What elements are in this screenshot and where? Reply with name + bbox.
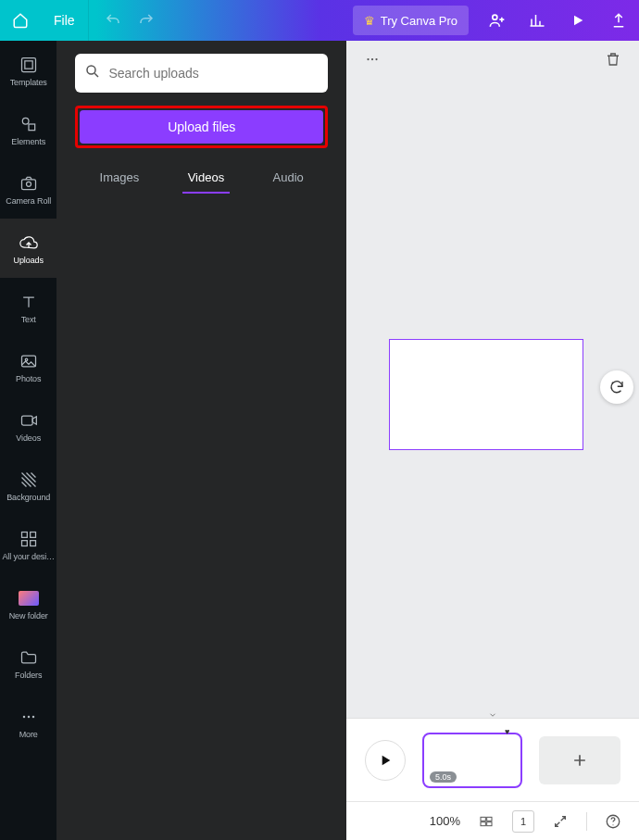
timeline-clip[interactable]: ♥ 5.0s [422, 733, 522, 788]
search-input[interactable] [108, 66, 319, 81]
svg-point-19 [371, 58, 373, 60]
redo-button[interactable] [130, 4, 163, 37]
rail-label: Folders [15, 671, 42, 680]
delete-page-button[interactable] [600, 46, 626, 72]
svg-rect-23 [481, 821, 485, 825]
svg-rect-4 [29, 124, 35, 131]
svg-point-17 [87, 66, 95, 74]
zoom-level[interactable]: 100% [430, 814, 460, 828]
home-button[interactable] [0, 0, 41, 41]
rail-label: Templates [10, 78, 47, 87]
sparkle-refresh-icon [608, 379, 625, 395]
bottom-bar: 100% 1 [346, 801, 639, 840]
rail-label: Background [6, 493, 50, 502]
fullscreen-button[interactable] [549, 810, 571, 833]
rail-background[interactable]: Background [0, 456, 56, 515]
share-button[interactable] [598, 0, 639, 41]
svg-point-16 [31, 716, 34, 719]
uploads-panel: Upload files Images Videos Audio [56, 41, 346, 840]
tab-videos[interactable]: Videos [188, 163, 225, 192]
redo-icon [138, 12, 155, 29]
side-rail: Templates Elements Camera Roll Uploads T… [0, 41, 56, 840]
elements-icon [18, 113, 40, 135]
svg-rect-5 [21, 180, 35, 190]
rail-all-designs[interactable]: All your desi… [0, 515, 56, 574]
svg-rect-1 [21, 58, 35, 72]
play-icon [378, 753, 393, 768]
regenerate-button[interactable] [600, 370, 633, 404]
grid-icon [479, 814, 494, 829]
crown-icon: ♛ [364, 14, 375, 28]
more-icon [18, 706, 40, 728]
rail-photos[interactable]: Photos [0, 337, 56, 396]
text-icon [18, 291, 40, 313]
more-icon [364, 51, 381, 68]
rail-text[interactable]: Text [0, 278, 56, 337]
svg-point-15 [27, 716, 30, 719]
canvas-area: ♥ 5.0s 100% 1 [346, 41, 639, 840]
upload-files-button[interactable]: Upload files [80, 110, 323, 144]
try-pro-label: Try Canva Pro [381, 14, 457, 28]
svg-point-26 [612, 824, 613, 825]
rail-label: Videos [16, 433, 41, 443]
page-options-button[interactable] [359, 46, 385, 72]
video-icon [18, 409, 40, 432]
trash-icon [605, 51, 621, 68]
separator [586, 812, 587, 831]
rail-label: Photos [16, 374, 41, 383]
timeline-toggle[interactable] [482, 709, 504, 721]
undo-icon [105, 12, 121, 29]
help-button[interactable] [602, 810, 624, 833]
insights-button[interactable] [517, 0, 558, 41]
rail-new-folder[interactable]: New folder [0, 574, 56, 633]
rail-label: More [19, 730, 38, 739]
svg-rect-11 [30, 533, 35, 538]
invite-icon [487, 11, 506, 30]
file-menu[interactable]: File [41, 0, 88, 41]
svg-rect-13 [30, 541, 35, 546]
top-bar: File ♛ Try Canva Pro [0, 0, 639, 41]
try-pro-button[interactable]: ♛ Try Canva Pro [353, 6, 469, 35]
svg-rect-12 [21, 541, 27, 546]
rail-more[interactable]: More [0, 693, 56, 752]
rail-videos[interactable]: Videos [0, 396, 56, 456]
add-page-button[interactable] [539, 736, 620, 784]
svg-point-3 [22, 118, 29, 124]
folder-thumb-icon [18, 587, 40, 609]
rail-elements[interactable]: Elements [0, 100, 56, 159]
rail-uploads[interactable]: Uploads [0, 219, 56, 278]
search-icon [84, 63, 101, 83]
rail-templates[interactable]: Templates [0, 41, 56, 100]
page-frame[interactable] [389, 339, 583, 450]
upload-highlight: Upload files [75, 106, 328, 148]
svg-rect-22 [487, 817, 492, 821]
undo-button[interactable] [96, 4, 130, 37]
rail-camera-roll[interactable]: Camera Roll [0, 159, 56, 219]
marker-icon: ♥ [505, 727, 509, 736]
timeline: ♥ 5.0s [346, 718, 639, 801]
canvas-stage[interactable] [346, 78, 639, 718]
tab-audio[interactable]: Audio [273, 163, 304, 192]
tab-images[interactable]: Images [100, 163, 140, 192]
rail-folders[interactable]: Folders [0, 633, 56, 693]
svg-rect-24 [487, 821, 492, 825]
svg-rect-10 [21, 533, 27, 538]
svg-point-20 [375, 58, 377, 60]
rail-label: Camera Roll [6, 196, 51, 206]
svg-point-0 [493, 15, 497, 19]
svg-rect-2 [25, 61, 32, 69]
play-timeline-button[interactable] [365, 740, 406, 781]
rail-label: Elements [11, 137, 45, 146]
home-icon [12, 12, 29, 29]
invite-button[interactable] [476, 0, 517, 41]
templates-icon [18, 54, 40, 76]
rail-label: Uploads [14, 256, 44, 265]
grid-view-button[interactable] [475, 810, 497, 833]
page-count[interactable]: 1 [512, 810, 534, 833]
upload-tabs: Images Videos Audio [75, 163, 328, 192]
clip-duration: 5.0s [430, 771, 457, 783]
rail-label: Text [21, 315, 36, 324]
svg-rect-21 [481, 817, 485, 821]
present-button[interactable] [558, 0, 598, 41]
rail-label: All your desi… [2, 552, 55, 561]
